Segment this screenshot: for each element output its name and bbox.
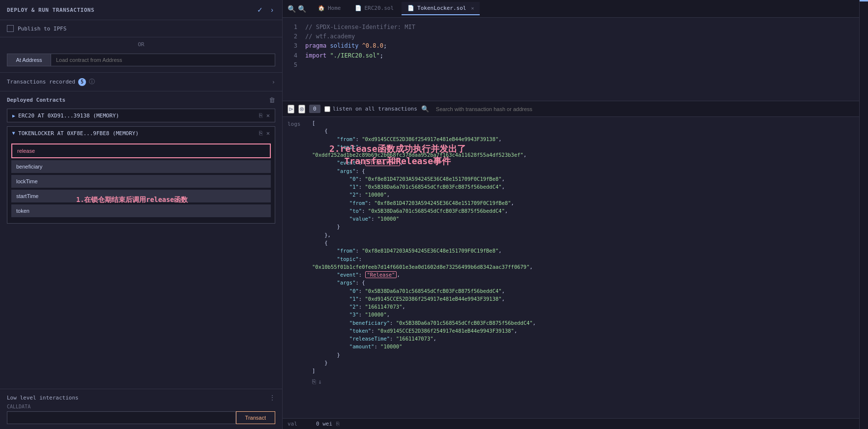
home-icon: 🏠 xyxy=(318,5,325,11)
contract-item-erc20: ▶ ERC20 AT 0XD91...39138 (MEMORY) ⎘ ✕ xyxy=(7,109,275,122)
low-level-section: Low level interactions ⋮ CALLDATA Transa… xyxy=(0,389,282,429)
chevron-right-icon[interactable]: › xyxy=(269,5,275,15)
listen-all-checkbox[interactable] xyxy=(324,106,330,112)
zoom-in-icon[interactable]: 🔍 xyxy=(298,5,306,13)
left-panel: DEPLOY & RUN TRANSACTIONS ✓ › Publish to… xyxy=(0,0,283,429)
contract-tokenlocker-name: TOKENLOCKER AT 0XF8E...9FBE8 (MEMORY) xyxy=(18,130,259,137)
contract-arrow-icon: ▶ xyxy=(12,113,15,118)
tab-home[interactable]: 🏠 Home xyxy=(312,2,347,15)
editor-tabs: 🔍 🔍 🏠 Home 📄 ERC20.sol 📄 TokenLocker.sol… xyxy=(283,0,859,18)
info-icon: ⓘ xyxy=(89,78,95,86)
download-logs-icon[interactable]: ⇓ xyxy=(318,377,322,387)
clear-icon[interactable]: ⊗ xyxy=(298,105,305,114)
logs-area: logs [ { "from": "0xd9145CCE52D386f25491… xyxy=(283,117,859,418)
at-address-row: At Address xyxy=(7,54,275,66)
checkmark-icon[interactable]: ✓ xyxy=(255,5,265,15)
tokenlocker-tab-icon: 📄 xyxy=(407,5,414,11)
panel-header: DEPLOY & RUN TRANSACTIONS ✓ › xyxy=(0,0,282,20)
locktime-button[interactable]: lockTime xyxy=(11,175,271,188)
starttime-button[interactable]: startTime xyxy=(11,190,271,202)
close-icon[interactable]: ✕ xyxy=(266,112,270,119)
low-level-info-icon: ⋮ xyxy=(269,394,275,401)
logs-label: logs xyxy=(283,117,312,418)
line-numbers: 1 2 3 4 5 xyxy=(283,18,300,101)
logs-content[interactable]: [ { "from": "0xd9145CCE52D386f254917e481… xyxy=(312,117,859,418)
val-value: 0 wei xyxy=(316,421,332,427)
contract-arrow-down-icon: ▶ xyxy=(11,132,17,135)
erc20-tab-icon: 📄 xyxy=(355,5,362,11)
transactions-label: Transactions recorded xyxy=(7,79,75,85)
ipfs-section: Publish to IPFS xyxy=(0,20,282,37)
calldata-row: Transact xyxy=(7,411,275,424)
right-panel: 🔍 🔍 🏠 Home 📄 ERC20.sol 📄 TokenLocker.sol… xyxy=(283,0,859,429)
transactions-expand-icon[interactable]: › xyxy=(272,79,275,86)
mini-sidebar-bar xyxy=(860,0,868,1)
zoom-out-icon[interactable]: 🔍 xyxy=(288,5,296,13)
contract-tokenlocker-actions: ⎘ ✕ xyxy=(259,130,270,137)
panel-title: DEPLOY & RUN TRANSACTIONS xyxy=(7,7,94,13)
zoom-controls: 🔍 🔍 xyxy=(288,5,306,13)
code-content[interactable]: // SPDX-License-Identifier: MIT // wtf.a… xyxy=(300,18,859,101)
code-area: 1 2 3 4 5 // SPDX-License-Identifier: MI… xyxy=(283,18,859,101)
tx-search-input[interactable] xyxy=(433,104,854,114)
copy-icon[interactable]: ⎘ xyxy=(259,112,262,119)
copy-icon-2[interactable]: ⎘ xyxy=(259,130,262,137)
contract-expanded: release beneficiary lockTime startTime t… xyxy=(7,140,275,223)
contract-tokenlocker-header[interactable]: ▶ TOKENLOCKER AT 0XF8E...9FBE8 (MEMORY) … xyxy=(7,127,275,140)
at-address-input[interactable] xyxy=(51,54,275,66)
contract-item-tokenlocker: ▶ TOKENLOCKER AT 0XF8E...9FBE8 (MEMORY) … xyxy=(7,126,275,224)
transact-button[interactable]: Transact xyxy=(236,411,275,424)
tab-close-icon[interactable]: ✕ xyxy=(471,5,474,11)
listen-label: listen on all transactions xyxy=(333,106,417,112)
val-row: val 0 wei ⎘ xyxy=(283,418,859,429)
beneficiary-button[interactable]: beneficiary xyxy=(11,160,271,173)
transactions-badge: 5 xyxy=(78,78,86,86)
deployed-title: Deployed Contracts xyxy=(7,97,65,103)
ipfs-label: Publish to IPFS xyxy=(18,26,66,32)
tab-tokenlocker[interactable]: 📄 TokenLocker.sol ✕ xyxy=(402,2,480,15)
contract-erc20-name: ERC20 AT 0XD91...39138 (MEMORY) xyxy=(18,113,259,119)
logs-copy-icons: ⎘ ⇓ xyxy=(312,377,859,387)
contract-erc20-header[interactable]: ▶ ERC20 AT 0XD91...39138 (MEMORY) ⎘ ✕ xyxy=(7,109,275,122)
at-address-section: At Address xyxy=(0,52,282,72)
tab-erc20[interactable]: 📄 ERC20.sol xyxy=(349,2,400,15)
contract-actions: ⎘ ✕ xyxy=(259,112,270,119)
at-address-button[interactable]: At Address xyxy=(7,54,51,66)
mini-sidebar xyxy=(859,0,868,429)
release-button[interactable]: release xyxy=(11,143,271,158)
transactions-section: Transactions recorded 5 ⓘ › xyxy=(0,72,282,91)
low-level-title: Low level interactions xyxy=(7,395,79,401)
listen-checkbox: listen on all transactions xyxy=(324,106,417,112)
close-icon-2[interactable]: ✕ xyxy=(266,130,270,137)
calldata-input[interactable] xyxy=(7,411,236,424)
deployed-header: Deployed Contracts 🗑 xyxy=(7,96,275,104)
transactions-left: Transactions recorded 5 ⓘ xyxy=(7,78,95,86)
header-icons: ✓ › xyxy=(255,5,275,15)
token-button[interactable]: token xyxy=(11,204,271,217)
deployed-section: Deployed Contracts 🗑 ▶ ERC20 AT 0XD91...… xyxy=(0,91,282,232)
trash-icon[interactable]: 🗑 xyxy=(269,96,275,104)
val-copy-icon[interactable]: ⎘ xyxy=(336,421,340,427)
search-icon[interactable]: 🔍 xyxy=(421,105,429,113)
calldata-label: CALLDATA xyxy=(7,404,275,409)
collapse-icon[interactable]: ⊳ xyxy=(288,105,294,114)
ipfs-checkbox[interactable] xyxy=(7,25,14,32)
val-label: val xyxy=(288,421,312,427)
tx-count-badge: 0 xyxy=(309,105,320,113)
low-level-header: Low level interactions ⋮ xyxy=(7,394,275,401)
or-divider: OR xyxy=(0,37,282,52)
transaction-bar: ⊳ ⊗ 0 listen on all transactions 🔍 xyxy=(283,101,859,117)
copy-logs-icon[interactable]: ⎘ xyxy=(312,377,316,387)
logs-json: [ { "from": "0xd9145CCE52D386f254917e481… xyxy=(312,119,859,375)
